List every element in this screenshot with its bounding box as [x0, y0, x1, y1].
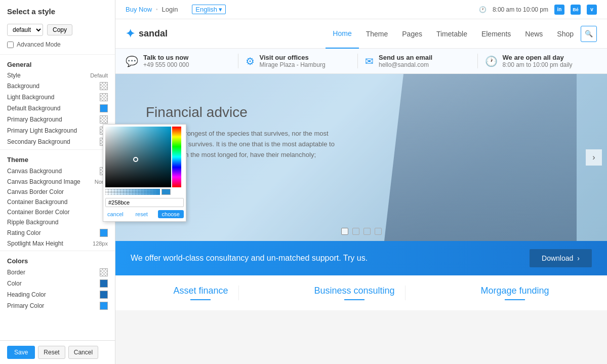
spotlight-max-height-value: 128px	[93, 240, 108, 247]
general-section-title: General	[0, 57, 115, 70]
advanced-mode-label: Advanced Mode	[17, 41, 61, 48]
canvas-background-image-row: Canvas Background Image None	[0, 177, 115, 187]
nav-link-shop[interactable]: Shop	[550, 19, 581, 49]
info-hours-title: We are open all day	[503, 54, 573, 61]
background-label: Background	[7, 83, 100, 90]
picker-current-color	[161, 189, 171, 195]
style-select[interactable]: default	[7, 24, 43, 36]
light-background-color-box[interactable]	[100, 93, 108, 101]
top-bar: Buy Now • Login English ▾ 🕐 8:00 am to 1…	[115, 0, 607, 19]
style-value: Default	[90, 72, 108, 78]
cta-strip: We offer world-class consultancy and un-…	[115, 241, 607, 275]
card-morgage-underline	[505, 299, 525, 300]
rating-color-label: Rating Color	[7, 229, 100, 236]
nav-link-news[interactable]: News	[518, 19, 550, 49]
heading-color-box[interactable]	[100, 291, 108, 299]
card-asset-suffix: finance	[196, 286, 228, 296]
reset-button[interactable]: Reset	[38, 346, 65, 359]
container-background-label: Container Background	[7, 198, 108, 206]
background-color-box[interactable]	[100, 82, 108, 90]
spotlight-max-height-row: Spotlight Max Height 128px	[0, 238, 115, 249]
buy-now-link[interactable]: Buy Now	[126, 6, 152, 13]
behance-icon[interactable]: Bé	[571, 5, 581, 15]
color-box[interactable]	[100, 279, 108, 288]
rating-color-box[interactable]	[100, 229, 108, 237]
picker-top-row	[103, 125, 186, 187]
style-label: Style	[7, 72, 90, 79]
canvas-background-image-label: Canvas Background Image	[7, 178, 95, 185]
picker-alpha-checker[interactable]	[105, 189, 160, 195]
card-business-prefix: Business	[314, 286, 351, 296]
website-preview: Buy Now • Login English ▾ 🕐 8:00 am to 1…	[115, 0, 607, 364]
hero-dot-4[interactable]	[375, 228, 382, 235]
card-asset-finance: Asset finance	[163, 286, 238, 300]
info-offices-sub: Mirage Plaza - Hamburg	[260, 61, 326, 68]
picker-alpha-row	[103, 187, 186, 196]
save-button[interactable]: Save	[7, 346, 35, 359]
cancel-button[interactable]: Cancel	[68, 346, 98, 359]
primary-light-background-label: Primary Light Background	[7, 127, 100, 134]
picker-reset-button[interactable]: reset	[133, 210, 149, 218]
border-color-box[interactable]	[100, 268, 108, 276]
nav-link-elements[interactable]: Elements	[474, 19, 518, 49]
picker-circle[interactable]	[133, 157, 138, 162]
bottom-buttons: Save Reset Cancel	[0, 340, 115, 364]
heading-color-row: Heading Color	[0, 289, 115, 300]
secondary-background-row: Secondary Background	[0, 136, 115, 147]
card-business-consulting: Business consulting	[304, 286, 405, 300]
info-offices-content: Visit our offices Mirage Plaza - Hamburg	[260, 54, 326, 68]
advanced-mode-row: Advanced Mode	[0, 39, 115, 52]
hours-icon: 🕐	[485, 55, 498, 67]
hero-dots	[341, 228, 382, 235]
language-label: English	[195, 6, 217, 13]
info-phone-content: Talk to us now +49 555 000 000	[143, 54, 189, 68]
card-business-suffix: consulting	[351, 286, 394, 296]
search-button[interactable]: 🔍	[581, 26, 597, 42]
default-background-color-box[interactable]	[100, 104, 108, 112]
picker-cancel-button[interactable]: cancel	[105, 210, 126, 218]
color-picker-popup: cancel reset choose	[103, 124, 186, 222]
info-phone-sub: +49 555 000 000	[143, 61, 189, 68]
picker-hex-input[interactable]	[105, 198, 184, 207]
info-hours-content: We are open all day 8:00 am to 10:00 pm …	[503, 54, 573, 68]
top-bar-right: 🕐 8:00 am to 10:00 pm in Bé v	[479, 5, 597, 15]
picker-hex-row	[103, 196, 186, 209]
phone-icon: 💬	[126, 55, 138, 67]
nav-bar: ✦ sandal Home Theme Pages Timetable Elem…	[115, 19, 607, 49]
copy-button[interactable]: Copy	[47, 24, 72, 35]
hero-dot-3[interactable]	[363, 228, 371, 235]
primary-color-box[interactable]	[100, 302, 108, 310]
advanced-mode-checkbox[interactable]	[7, 42, 14, 48]
vimeo-icon[interactable]: v	[587, 5, 597, 15]
background-row: Background	[0, 80, 115, 92]
logo-text: sandal	[139, 28, 168, 39]
linkedin-icon[interactable]: in	[554, 5, 564, 15]
primary-color-row: Primary Color	[0, 300, 115, 311]
card-morgage-title: Morgage funding	[480, 286, 549, 296]
login-link[interactable]: Login	[162, 6, 178, 13]
info-strip: 💬 Talk to us now +49 555 000 000 ⚙ Visit…	[115, 49, 607, 74]
info-item-phone: 💬 Talk to us now +49 555 000 000	[126, 54, 238, 68]
clock-icon: 🕐	[479, 6, 487, 13]
spotlight-max-height-label: Spotlight Max Height	[7, 240, 93, 247]
colors-section-title: Colors	[0, 253, 115, 267]
hero-dot-1[interactable]	[341, 228, 348, 235]
canvas-border-color-label: Canvas Border Color	[7, 188, 108, 195]
card-morgage-suffix: funding	[516, 286, 549, 296]
nav-link-pages[interactable]: Pages	[395, 19, 429, 49]
logo-icon: ✦	[126, 27, 135, 41]
hero-dot-2[interactable]	[352, 228, 359, 235]
right-panel: Buy Now • Login English ▾ 🕐 8:00 am to 1…	[115, 0, 607, 364]
language-chevron-icon: ▾	[219, 6, 222, 13]
picker-choose-button[interactable]: choose	[158, 210, 184, 218]
download-button[interactable]: Download ›	[530, 249, 592, 267]
nav-link-theme[interactable]: Theme	[359, 19, 395, 49]
primary-background-color-box[interactable]	[100, 115, 108, 124]
picker-gradient[interactable]	[105, 127, 171, 187]
nav-link-timetable[interactable]: Timetable	[429, 19, 474, 49]
hero-next-arrow[interactable]: ›	[586, 149, 602, 166]
nav-link-home[interactable]: Home	[326, 19, 358, 49]
picker-spectrum[interactable]	[172, 127, 181, 187]
language-selector[interactable]: English ▾	[192, 5, 226, 14]
card-business-underline	[344, 299, 365, 300]
